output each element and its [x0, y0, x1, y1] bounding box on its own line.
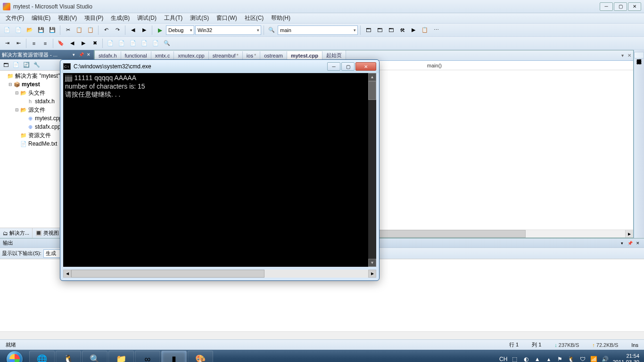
- tab-close-icon[interactable]: ✕: [626, 53, 633, 58]
- scroll-down-icon[interactable]: ▼: [368, 259, 376, 267]
- bookmark-clear-button[interactable]: ✖: [90, 38, 100, 49]
- menu-edit[interactable]: 编辑(E): [28, 13, 54, 23]
- taskbar-qq-button[interactable]: 🐧: [56, 351, 81, 362]
- se-tb-refresh[interactable]: 🔄: [22, 60, 31, 70]
- platform-dropdown[interactable]: Win32: [195, 25, 261, 35]
- tab-stdafx-h[interactable]: stdafx.h: [95, 51, 121, 60]
- tray-volume-icon[interactable]: 🔊: [602, 355, 609, 362]
- output-pin-icon[interactable]: 📌: [627, 240, 633, 247]
- scroll-right-icon[interactable]: ▶: [625, 230, 633, 238]
- tray-icon-2[interactable]: ◐: [522, 355, 530, 362]
- new-project-button[interactable]: 📄: [2, 25, 12, 35]
- menu-view[interactable]: 视图(V): [54, 13, 81, 23]
- open-button[interactable]: 📂: [25, 25, 35, 35]
- menu-file[interactable]: 文件(F): [2, 13, 28, 23]
- nav-back-button[interactable]: ◀: [128, 25, 138, 35]
- menu-project[interactable]: 项目(P): [81, 13, 107, 23]
- bookmark-prev-button[interactable]: ◀: [67, 38, 77, 49]
- menu-debug[interactable]: 调试(D): [133, 13, 160, 23]
- add-item-button[interactable]: 📄: [13, 25, 24, 35]
- undo-button[interactable]: ↶: [101, 25, 111, 35]
- minimize-button[interactable]: ─: [600, 2, 613, 11]
- panel-dropdown-icon[interactable]: ▾: [70, 51, 77, 58]
- menu-build[interactable]: 生成(B): [107, 13, 133, 23]
- tb-icon-2[interactable]: 🗔: [374, 25, 385, 35]
- bookmark-next-button[interactable]: ▶: [78, 38, 89, 49]
- menu-tools[interactable]: 工具(T): [160, 13, 186, 23]
- taskbar-cmd-button[interactable]: ▮: [161, 351, 187, 362]
- taskbar-vs-button[interactable]: ∞: [135, 351, 160, 362]
- tray-chevron-icon[interactable]: ▴: [545, 355, 553, 362]
- copy-button[interactable]: 📋: [74, 25, 84, 35]
- comment-button[interactable]: ≡: [29, 38, 39, 49]
- tab-class-view[interactable]: 🔳类视图: [33, 228, 62, 238]
- find-icon[interactable]: 🔍: [266, 25, 277, 35]
- tb2-icon-2[interactable]: 📄: [116, 38, 127, 49]
- panel-close-icon[interactable]: ✕: [85, 51, 92, 58]
- scroll-right-icon[interactable]: ▶: [368, 270, 376, 278]
- maximize-button[interactable]: ▢: [614, 2, 627, 11]
- tab-streambuf[interactable]: streambuf*: [209, 51, 243, 60]
- tb-icon-4[interactable]: 🛠: [397, 25, 407, 35]
- tb-icon-6[interactable]: 📋: [420, 25, 430, 35]
- tray-flag-icon[interactable]: ⚑: [556, 355, 564, 362]
- tb2-icon-6[interactable]: 🔍: [162, 38, 172, 49]
- scrollbar-thumb[interactable]: [71, 270, 264, 278]
- cut-button[interactable]: ✂: [63, 25, 73, 35]
- cmd-hscrollbar[interactable]: ◀ ▶: [63, 270, 376, 278]
- taskbar-explorer-button[interactable]: 🔍: [82, 351, 107, 362]
- tb2-icon-5[interactable]: 📄: [150, 38, 161, 49]
- tray-qq-icon[interactable]: 🐧: [568, 355, 575, 362]
- menu-help[interactable]: 帮助(H): [267, 13, 294, 23]
- menu-community[interactable]: 社区(C): [241, 13, 268, 23]
- output-hscrollbar[interactable]: [0, 331, 644, 339]
- tb2-icon-3[interactable]: 📄: [128, 38, 138, 49]
- cmd-titlebar[interactable]: C:\ C:\windows\system32\cmd.exe ─ ▢ ✕: [60, 60, 379, 73]
- scrollbar-thumb[interactable]: [368, 81, 376, 100]
- se-tb-1[interactable]: 🗔: [1, 60, 10, 70]
- tray-icon-1[interactable]: ⬚: [511, 355, 519, 362]
- tb-icon-3[interactable]: 🗔: [386, 25, 396, 35]
- config-dropdown[interactable]: Debug: [166, 25, 194, 35]
- menu-window[interactable]: 窗口(W): [213, 13, 240, 23]
- tb-icon-7[interactable]: ⋯: [431, 25, 441, 35]
- start-button[interactable]: [2, 351, 27, 362]
- tray-lang[interactable]: CH: [500, 355, 507, 362]
- tray-network-icon[interactable]: 📶: [590, 355, 598, 362]
- tab-startpage[interactable]: 起始页: [322, 50, 346, 60]
- redo-button[interactable]: ↷: [112, 25, 123, 35]
- tab-server-explorer[interactable]: 服务器资源管理器: [634, 52, 644, 58]
- tab-xmtx-c[interactable]: xmtx.c: [151, 51, 174, 60]
- bookmark-button[interactable]: 🔖: [56, 38, 66, 49]
- uncomment-button[interactable]: ≡: [40, 38, 50, 49]
- tab-solution-explorer[interactable]: 🗂解决方...: [0, 228, 33, 238]
- tb2-icon-4[interactable]: 📄: [139, 38, 149, 49]
- start-debug-button[interactable]: ▶: [155, 25, 165, 35]
- save-all-button[interactable]: 💾: [47, 25, 58, 35]
- outdent-button[interactable]: ⇤: [13, 38, 24, 49]
- tb-icon-5[interactable]: ▶: [408, 25, 419, 35]
- paste-button[interactable]: 📋: [85, 25, 96, 35]
- tab-xmutex-cpp[interactable]: xmutex.cpp: [174, 51, 208, 60]
- cmd-minimize-button[interactable]: ─: [327, 62, 340, 71]
- tab-mytest-cpp[interactable]: mytest.cpp: [287, 51, 322, 60]
- panel-pin-icon[interactable]: 📌: [78, 51, 84, 58]
- tab-dropdown-icon[interactable]: ▾: [619, 53, 626, 58]
- tab-ios[interactable]: ios*: [243, 51, 260, 60]
- cmd-vscrollbar[interactable]: ▲ ▼: [368, 73, 376, 267]
- taskbar-paint-button[interactable]: 🎨: [188, 351, 213, 362]
- taskbar-ie-button[interactable]: 🌐: [29, 351, 55, 362]
- scroll-up-icon[interactable]: ▲: [368, 73, 376, 81]
- find-dropdown[interactable]: main: [278, 25, 358, 35]
- se-tb-properties[interactable]: 🔧: [32, 60, 41, 70]
- output-close-icon[interactable]: ✕: [635, 240, 641, 247]
- close-button[interactable]: ✕: [628, 2, 641, 11]
- tb-icon-1[interactable]: 🗔: [363, 25, 373, 35]
- save-button[interactable]: 💾: [36, 25, 46, 35]
- cmd-maximize-button[interactable]: ▢: [341, 62, 355, 71]
- indent-button[interactable]: ⇥: [2, 38, 12, 49]
- output-dropdown-icon[interactable]: ▾: [619, 240, 625, 247]
- cmd-window[interactable]: C:\ C:\windows\system32\cmd.exe ─ ▢ ✕ jj…: [60, 59, 380, 281]
- tab-ostream[interactable]: ostream: [260, 51, 287, 60]
- tray-shield-icon[interactable]: 🛡: [579, 355, 586, 362]
